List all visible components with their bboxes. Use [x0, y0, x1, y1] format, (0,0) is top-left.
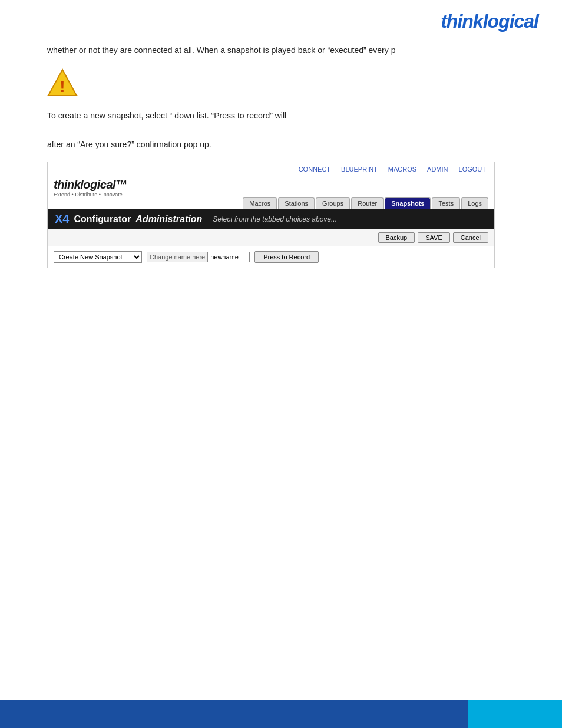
body-text-2: To create a new snapshot, select “ down … — [47, 110, 515, 122]
name-input[interactable] — [208, 252, 249, 262]
app-logo-sub: Extend • Distribute • Innovate — [54, 192, 127, 197]
warning-icon: ! — [47, 67, 78, 98]
tab-tests[interactable]: Tests — [432, 197, 460, 209]
tab-groups[interactable]: Groups — [316, 197, 350, 209]
nav-admin[interactable]: ADMIN — [425, 164, 450, 174]
nav-blueprint[interactable]: BLUEPRINT — [339, 164, 380, 174]
page-header: thinklogical — [0, 0, 562, 38]
title-bar: X4 Configurator Administration Select fr… — [48, 209, 494, 229]
save-button[interactable]: SAVE — [418, 232, 450, 243]
app-nav-bar: CONNECT BLUEPRINT MACROS ADMIN LOGOUT — [48, 162, 494, 174]
tab-snapshots[interactable]: Snapshots — [385, 197, 431, 209]
cancel-button[interactable]: Cancel — [453, 232, 488, 243]
app-screenshot: CONNECT BLUEPRINT MACROS ADMIN LOGOUT th… — [47, 162, 495, 268]
warning-area: ! — [47, 67, 515, 98]
nav-logout[interactable]: LOGOUT — [457, 164, 488, 174]
body-text-1: whether or not they are connected at all… — [47, 44, 515, 57]
snapshot-form-row: Create New Snapshot Change name here Pre… — [48, 246, 494, 268]
snapshot-dropdown[interactable]: Create New Snapshot — [54, 251, 142, 263]
page-footer — [0, 700, 562, 728]
svg-text:!: ! — [59, 77, 65, 95]
body-text-3: after an “Are you sure?” confirmation po… — [47, 139, 515, 151]
app-logo-main: thinklogical™ — [54, 178, 127, 192]
nav-macros[interactable]: MACROS — [386, 164, 419, 174]
title-x4: X4 — [55, 212, 69, 226]
title-hint: Select from the tabbed choices above... — [213, 215, 337, 223]
thinklogical-logo: thinklogical — [441, 11, 538, 32]
nav-connect[interactable]: CONNECT — [296, 164, 333, 174]
title-admin: Administration — [135, 214, 202, 225]
app-logo: thinklogical™ Extend • Distribute • Inno… — [54, 178, 127, 197]
footer-right-bar — [468, 700, 562, 728]
tab-router[interactable]: Router — [351, 197, 384, 209]
name-input-wrapper: Change name here — [147, 252, 250, 262]
name-label: Change name here — [147, 252, 208, 262]
backup-button[interactable]: Backup — [378, 232, 415, 243]
content-area: whether or not they are connected at all… — [0, 38, 562, 292]
tab-logs[interactable]: Logs — [461, 197, 488, 209]
footer-left-bar — [0, 700, 468, 728]
title-configurator: Configurator — [74, 214, 131, 225]
press-to-record-button[interactable]: Press to Record — [254, 251, 319, 263]
app-header: thinklogical™ Extend • Distribute • Inno… — [48, 174, 494, 197]
tab-stations[interactable]: Stations — [278, 197, 315, 209]
tab-macros[interactable]: Macros — [243, 197, 277, 209]
tabs-row: Macros Stations Groups Router Snapshots … — [48, 197, 494, 209]
controls-row: Backup SAVE Cancel — [48, 229, 494, 246]
logo-text: thinklogical — [441, 11, 538, 32]
